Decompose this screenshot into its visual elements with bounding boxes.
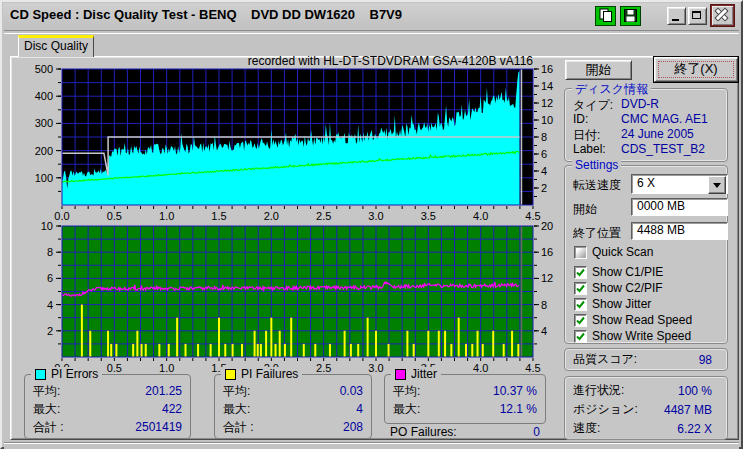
po-failures-value: 0 (533, 425, 540, 439)
pi-failures-legend-swatch (225, 369, 236, 380)
svg-text:4: 4 (47, 299, 53, 311)
svg-text:8: 8 (47, 246, 53, 258)
maximize-icon (692, 11, 701, 19)
svg-text:200: 200 (35, 145, 53, 157)
svg-text:300: 300 (35, 117, 53, 129)
checkbox-label-quick-scan: Quick Scan (592, 245, 653, 259)
checkbox-row-show-write-speed: Show Write Speed (574, 329, 691, 343)
save-icon (624, 9, 637, 22)
svg-text:4.5: 4.5 (525, 362, 540, 374)
chevron-down-icon (713, 183, 721, 192)
svg-text:2.5: 2.5 (316, 210, 331, 222)
checkbox-label-show-jitter: Show Jitter (592, 297, 651, 311)
checkbox-row-show-c2-pif: Show C2/PIF (574, 281, 663, 295)
pi-failures-panel: PI Failures 平均:0.03最大:4合計 :208 (214, 374, 372, 439)
svg-text:400: 400 (35, 90, 53, 102)
disc-info-caption: ディスク情報 (572, 81, 651, 98)
progress-row: 進行状況:100 % (573, 381, 712, 400)
stat-row: 平均:201.25 (33, 382, 182, 400)
svg-text:3.5: 3.5 (421, 210, 436, 222)
po-failures-label: PO Failures: (390, 425, 457, 439)
save-button[interactable] (620, 6, 641, 26)
copy-button[interactable] (595, 6, 616, 26)
svg-text:2.0: 2.0 (264, 210, 279, 222)
checkbox-label-show-c2-pif: Show C2/PIF (592, 281, 663, 295)
svg-text:4.5: 4.5 (525, 210, 540, 222)
po-failures-row: PO Failures: 0 (390, 425, 540, 439)
pi-errors-panel: PI Errors 平均:201.25最大:422合計 :2501419 (24, 374, 191, 439)
checkbox-label-show-read-speed: Show Read Speed (592, 313, 692, 327)
pi-errors-legend-label: PI Errors (51, 367, 98, 381)
transfer-speed-select[interactable]: 6 X (631, 174, 728, 194)
minimize-icon (672, 19, 679, 21)
disc-info-group: ディスク情報 タイプ:DVD-RID:CMC MAG. AE1日付:24 Jun… (564, 88, 728, 162)
tab-disc-quality[interactable]: Disc Quality (18, 35, 94, 57)
info-row: ID:CMC MAG. AE1 (573, 112, 721, 127)
svg-text:3.0: 3.0 (368, 210, 383, 222)
checkbox-show-jitter[interactable] (574, 298, 587, 311)
svg-text:0.5: 0.5 (107, 362, 122, 374)
checkbox-show-c2-pif[interactable] (574, 282, 587, 295)
checkbox-row-show-read-speed: Show Read Speed (574, 313, 692, 327)
svg-text:2: 2 (47, 325, 53, 337)
svg-text:1.0: 1.0 (159, 210, 174, 222)
checkbox-quick-scan[interactable] (574, 246, 587, 259)
checkbox-row-quick-scan: Quick Scan (574, 245, 653, 259)
progress-row: 速度:6.22 X (573, 419, 712, 438)
stat-row: 最大:422 (33, 400, 182, 418)
copy-icon (599, 8, 613, 23)
svg-text:12: 12 (541, 97, 553, 109)
close-button[interactable] (711, 5, 734, 26)
stat-row: 最大:12.1 % (393, 400, 537, 418)
tab-label: Disc Quality (24, 39, 88, 53)
checkbox-show-c1-pie[interactable] (574, 266, 587, 279)
checkbox-show-write-speed[interactable] (574, 330, 587, 343)
svg-text:8: 8 (541, 131, 547, 143)
svg-text:1.0: 1.0 (159, 362, 174, 374)
progress-group: 進行状況:100 %ポジション:4487 MB速度:6.22 X (564, 376, 728, 440)
checkbox-label-show-c1-pie: Show C1/PIE (592, 265, 663, 279)
svg-text:2: 2 (541, 182, 547, 194)
top-chart: 0.00.51.01.52.02.53.03.54.04.55004003002… (10, 56, 558, 222)
jitter-panel: Jitter 平均:10.37 %最大:12.1 % (384, 374, 546, 424)
info-row: Label:CDS_TEST_B2 (573, 142, 721, 157)
jitter-legend-swatch (395, 369, 406, 380)
stat-row: 合計 :2501419 (33, 418, 182, 436)
maximize-button[interactable] (688, 7, 707, 25)
dropdown-arrow-button[interactable] (708, 176, 726, 194)
transfer-speed-label: 転送速度 (573, 177, 621, 194)
svg-text:0.5: 0.5 (107, 210, 122, 222)
info-row: タイプ:DVD-R (573, 97, 721, 112)
start-button[interactable]: 開始 (565, 60, 632, 80)
stat-row: 平均:0.03 (223, 382, 363, 400)
svg-text:4.0: 4.0 (473, 362, 488, 374)
stat-row: 最大:4 (223, 400, 363, 418)
svg-text:6: 6 (541, 148, 547, 160)
transfer-speed-value: 6 X (637, 176, 655, 190)
end-position-field[interactable]: 4488 MB (631, 222, 728, 240)
status-bar (4, 442, 739, 449)
svg-text:14: 14 (541, 80, 553, 92)
titlebar: CD Speed : Disc Quality Test - BENQ DVD … (3, 3, 740, 27)
stat-row: 合計 :208 (223, 418, 363, 436)
checkbox-row-show-jitter: Show Jitter (574, 297, 651, 311)
window-title: CD Speed : Disc Quality Test - BENQ DVD … (10, 7, 402, 22)
svg-text:1.5: 1.5 (211, 210, 226, 222)
svg-text:0.0: 0.0 (54, 210, 69, 222)
start-position-field[interactable]: 0000 MB (631, 198, 728, 216)
svg-text:10: 10 (41, 222, 53, 232)
checkbox-show-read-speed[interactable] (574, 314, 587, 327)
pi-errors-legend-swatch (35, 369, 46, 380)
app-window: CD Speed : Disc Quality Test - BENQ DVD … (0, 0, 743, 449)
start-position-label: 開始 (573, 201, 597, 218)
svg-text:10: 10 (541, 114, 553, 126)
pi-failures-legend-label: PI Failures (241, 367, 298, 381)
exit-button[interactable]: 終了(X) (654, 57, 738, 82)
info-row: 日付:24 June 2005 (573, 127, 721, 142)
focus-rect (658, 61, 734, 78)
svg-text:recorded with HL-DT-STDVDRAM G: recorded with HL-DT-STDVDRAM GSA-4120B v… (248, 56, 534, 68)
svg-text:3.0: 3.0 (368, 362, 383, 374)
minimize-button[interactable] (667, 7, 686, 25)
svg-text:2.5: 2.5 (316, 362, 331, 374)
svg-text:6: 6 (47, 272, 53, 284)
